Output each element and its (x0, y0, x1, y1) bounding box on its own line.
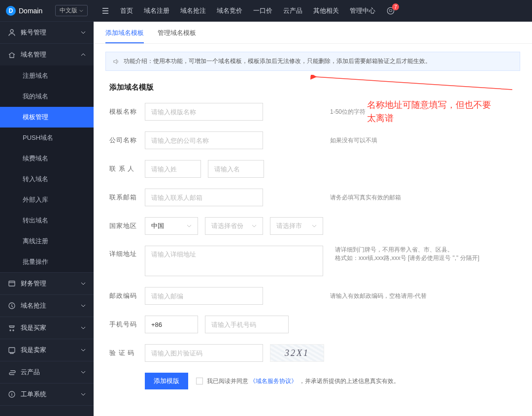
content: 添加域名模板 管理域名模板 功能介绍：使用本功能，可增加一个域名模板，模板添加后… (94, 22, 532, 416)
sidebar-group-2[interactable]: 财务管理 (0, 273, 94, 294)
form-title: 添加域名模版 (109, 83, 516, 92)
sidebar-item-7[interactable]: 转出域名 (0, 210, 94, 231)
sidebar-group-label: 工单系统 (21, 390, 46, 399)
sidebar-group-label: 域名管理 (21, 50, 46, 59)
sidebar-group-icon (8, 51, 16, 59)
sidebar-group-label: 云产品 (21, 368, 40, 377)
input-company[interactable] (145, 131, 263, 149)
agreement: 我已阅读并同意 《域名服务协议》 ，并承诺所提供的上述信息真实有效。 (196, 377, 399, 385)
input-phone-prefix[interactable] (145, 316, 198, 333)
input-email[interactable] (145, 189, 263, 206)
svg-rect-3 (9, 348, 15, 352)
brand-bar: D Domain 中文版 (0, 0, 94, 22)
label-address: 详细地址 (109, 246, 145, 258)
sidebar-group-icon (8, 29, 16, 36)
chevron-down-icon (81, 370, 86, 375)
select-country[interactable]: 中国 (145, 217, 198, 235)
sidebar: D Domain 中文版 账号管理域名管理注册域名我的域名模板管理PUSH域名续… (0, 0, 94, 416)
sidebar-group-icon (8, 390, 16, 398)
topnav-snatch[interactable]: 域名抢注 (180, 6, 206, 15)
chevron-down-icon (81, 325, 86, 330)
brand-logo: D (6, 6, 16, 16)
tab-add-template[interactable]: 添加域名模板 (105, 29, 144, 43)
input-address[interactable] (145, 246, 323, 276)
tab-manage-template[interactable]: 管理域名模板 (158, 29, 196, 43)
topbar: 首页 域名注册 域名抢注 域名竞价 一口价 云产品 其他相关 管理中心 7 (94, 0, 532, 22)
sidebar-group-3[interactable]: 域名抢注 (0, 295, 94, 317)
cart-button[interactable]: 7 (386, 6, 395, 15)
notice-banner: 功能介绍：使用本功能，可增加一个域名模板，模板添加后无法修改，只能删除，添加后需… (105, 52, 520, 71)
topnav-auction[interactable]: 域名竞价 (217, 6, 242, 15)
hint-postcode: 请输入有效邮政编码，空格请用-代替 (330, 292, 516, 300)
sidebar-item-6[interactable]: 外部入库 (0, 190, 94, 210)
sidebar-group-1[interactable]: 域名管理 (0, 44, 94, 65)
form: 名称地址可随意填写，但也不要 太离谱 添加域名模版 模板名称 1-50位的字符 … (94, 71, 532, 409)
input-template-name[interactable] (145, 103, 263, 121)
sidebar-item-2[interactable]: 模板管理 (0, 107, 94, 128)
topnav-fixed[interactable]: 一口价 (253, 6, 272, 15)
main: 首页 域名注册 域名抢注 域名竞价 一口价 云产品 其他相关 管理中心 7 添加… (94, 0, 532, 416)
sidebar-item-9[interactable]: 批量操作 (0, 252, 94, 272)
sidebar-item-3[interactable]: PUSH域名 (0, 128, 94, 148)
speaker-icon (113, 58, 120, 65)
topnav-manage[interactable]: 管理中心 (350, 6, 375, 15)
label-contact: 联 系 人 (109, 164, 145, 173)
label-email: 联系邮箱 (109, 193, 145, 202)
topnav-cloud[interactable]: 云产品 (283, 6, 302, 15)
sidebar-group-4[interactable]: 我是买家 (0, 317, 94, 339)
svg-point-0 (10, 30, 13, 32)
topnav-register[interactable]: 域名注册 (144, 6, 169, 15)
label-captcha: 验 证 码 (109, 349, 145, 357)
sidebar-group-label: 域名抢注 (21, 301, 46, 310)
submit-button[interactable]: 添加模版 (145, 373, 188, 389)
chevron-down-icon (252, 224, 257, 228)
agreement-post: ，并承诺所提供的上述信息真实有效。 (299, 378, 399, 384)
sidebar-group-0[interactable]: 账号管理 (0, 22, 94, 43)
input-captcha[interactable] (145, 344, 263, 362)
sidebar-group-icon (8, 324, 16, 332)
label-phone: 手机号码 (109, 320, 145, 329)
notice-text: 功能介绍：使用本功能，可增加一个域名模板，模板添加后无法修改，只能删除，添加后需… (124, 57, 431, 65)
select-city[interactable]: 请选择市 (270, 217, 323, 235)
chevron-down-icon (81, 392, 86, 397)
agreement-link[interactable]: 《域名服务协议》 (250, 378, 297, 384)
captcha-image[interactable]: 32X1 (270, 344, 324, 362)
sidebar-item-5[interactable]: 转入域名 (0, 169, 94, 190)
label-company: 公司名称 (109, 136, 145, 145)
sidebar-item-0[interactable]: 注册域名 (0, 65, 94, 86)
sidebar-item-1[interactable]: 我的域名 (0, 86, 94, 107)
select-city-placeholder: 请选择市 (276, 222, 302, 230)
sidebar-group-label: 我是卖家 (21, 346, 46, 354)
hint-company: 如果没有可以不填 (330, 136, 516, 145)
brand-name: Domain (19, 7, 42, 15)
sidebar-group-label: 账号管理 (21, 28, 46, 37)
input-firstname[interactable] (208, 160, 264, 178)
sidebar-group-6[interactable]: 云产品 (0, 361, 94, 383)
topnav-other[interactable]: 其他相关 (313, 6, 339, 15)
chevron-down-icon (312, 224, 317, 228)
sidebar-group-icon (8, 368, 16, 376)
select-province-placeholder: 请选择省份 (211, 222, 243, 230)
input-lastname[interactable] (145, 160, 201, 178)
chevron-up-icon (81, 52, 86, 57)
language-label: 中文版 (60, 6, 77, 15)
sidebar-group-7[interactable]: 工单系统 (0, 384, 94, 405)
agreement-pre: 我已阅读并同意 (207, 378, 248, 384)
agreement-checkbox[interactable] (196, 378, 203, 384)
language-selector[interactable]: 中文版 (55, 5, 88, 16)
select-province[interactable]: 请选择省份 (205, 217, 263, 235)
menu-toggle-icon[interactable] (101, 7, 109, 15)
sidebar-item-4[interactable]: 续费域名 (0, 148, 94, 169)
chevron-down-icon (79, 9, 83, 13)
sidebar-group-5[interactable]: 我是卖家 (0, 339, 94, 361)
hint-template-name: 1-50位的字符 (330, 108, 516, 116)
topnav-home[interactable]: 首页 (120, 6, 133, 15)
sidebar-item-8[interactable]: 离线注册 (0, 231, 94, 252)
sidebar-group-icon (8, 346, 16, 354)
input-postcode[interactable] (145, 287, 263, 305)
chevron-down-icon (81, 30, 86, 35)
sidebar-group-icon (8, 280, 16, 288)
chevron-down-icon (187, 224, 192, 228)
input-phone[interactable] (205, 316, 289, 333)
label-postcode: 邮政编码 (109, 291, 145, 300)
